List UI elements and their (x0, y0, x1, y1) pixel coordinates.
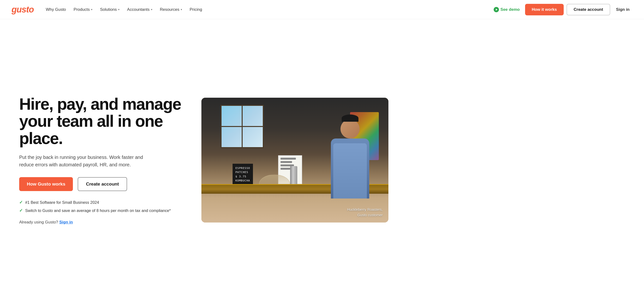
see-demo-label: See demo (500, 7, 520, 12)
trust-item-1: ✓ #1 Best Software for Small Business 20… (19, 200, 182, 205)
hero-image: ESPRESSOPATCHES$ 3.75KOMBUCHA Huckleberr… (202, 98, 388, 222)
nav-right: See demo How it works Create account Sig… (491, 4, 632, 15)
trust-item-2: ✓ Switch to Gusto and save an average of… (19, 208, 182, 213)
already-using-text: Already using Gusto? Sign in (19, 220, 182, 225)
nav-label-products: Products (74, 7, 90, 12)
thermos (290, 166, 297, 185)
nav-label-pricing: Pricing (190, 7, 202, 12)
navigation: gusto Why Gusto Products ▾ Solutions ▾ A… (0, 0, 644, 19)
trust-text-2: Switch to Gusto and save an average of 8… (25, 208, 171, 213)
menu-line (280, 161, 292, 163)
espresso-sign: ESPRESSOPATCHES$ 3.75KOMBUCHA (232, 164, 253, 185)
menu-line (280, 158, 296, 160)
chevron-down-icon: ▾ (151, 8, 152, 11)
nav-item-solutions[interactable]: Solutions ▾ (96, 5, 123, 14)
chevron-down-icon: ▾ (91, 8, 92, 11)
chevron-down-icon: ▾ (118, 8, 120, 11)
nav-item-resources[interactable]: Resources ▾ (156, 5, 185, 14)
hero-buttons: How Gusto works Create account (19, 177, 182, 191)
nav-item-accountants[interactable]: Accountants ▾ (124, 5, 156, 14)
chevron-down-icon: ▾ (181, 8, 182, 11)
person-figure (331, 119, 369, 198)
nav-label-accountants: Accountants (127, 7, 150, 12)
nav-item-pricing[interactable]: Pricing (186, 5, 206, 14)
hero-content: Hire, pay, and manage your team all in o… (19, 96, 182, 225)
menu-line (280, 168, 290, 170)
hero-title: Hire, pay, and manage your team all in o… (19, 96, 182, 147)
how-it-works-button[interactable]: How it works (525, 4, 564, 15)
check-icon: ✓ (19, 208, 23, 213)
trust-text-1: #1 Best Software for Small Business 2024 (25, 200, 99, 205)
how-gusto-works-button[interactable]: How Gusto works (19, 177, 73, 191)
person-head (340, 119, 360, 139)
caption-line2: Gusto customer (357, 213, 383, 217)
nav-label-why-gusto: Why Gusto (46, 7, 66, 12)
create-account-nav-button[interactable]: Create account (566, 4, 610, 15)
check-icon: ✓ (19, 200, 23, 205)
person-body (331, 139, 369, 198)
caption-line1: Huckleberry Roasters, (347, 207, 383, 211)
create-account-hero-button[interactable]: Create account (78, 177, 127, 191)
nav-item-products[interactable]: Products ▾ (70, 5, 96, 14)
window-element (220, 105, 264, 148)
gusto-logo[interactable]: gusto (12, 5, 34, 15)
play-icon (494, 7, 499, 12)
sign-in-nav-link[interactable]: Sign in (613, 5, 632, 14)
nav-links: Why Gusto Products ▾ Solutions ▾ Account… (42, 5, 491, 14)
hero-section: Hire, pay, and manage your team all in o… (0, 19, 644, 301)
nav-item-why-gusto[interactable]: Why Gusto (42, 5, 69, 14)
trust-items: ✓ #1 Best Software for Small Business 20… (19, 200, 182, 213)
nav-label-resources: Resources (160, 7, 179, 12)
sign-in-hero-link[interactable]: Sign in (59, 220, 73, 224)
window-cross-vertical (242, 106, 243, 147)
image-caption: Huckleberry Roasters, Gusto customer (347, 207, 383, 218)
hero-image-inner: ESPRESSOPATCHES$ 3.75KOMBUCHA Huckleberr… (202, 98, 388, 222)
see-demo-link[interactable]: See demo (491, 5, 522, 14)
nav-label-solutions: Solutions (100, 7, 117, 12)
hero-subtitle: Put the joy back in running your busines… (19, 154, 158, 168)
